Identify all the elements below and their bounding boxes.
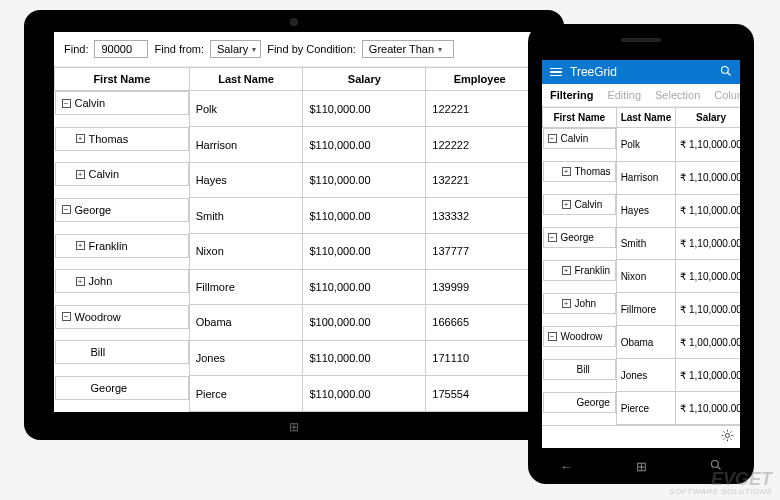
cell-last-name: Nixon bbox=[616, 260, 676, 293]
cell-salary: $100,000.00 bbox=[303, 305, 426, 341]
cell-salary: ₹ 1,10,000.00 bbox=[676, 227, 740, 260]
table-row[interactable]: +JohnFillmore₹ 1,10,000.00 bbox=[543, 293, 741, 326]
cell-last-name: Pierce bbox=[189, 376, 303, 412]
chevron-down-icon: ▾ bbox=[438, 45, 442, 54]
cell-first-name: George bbox=[55, 376, 189, 400]
settings-icon[interactable] bbox=[721, 429, 734, 445]
expand-icon[interactable]: + bbox=[76, 170, 85, 179]
table-row[interactable]: −WoodrowObama$100,000.00166665 bbox=[55, 305, 534, 341]
cell-salary: ₹ 1,10,000.00 bbox=[676, 260, 740, 293]
cell-first-name: +Franklin bbox=[55, 234, 189, 258]
search-icon[interactable] bbox=[720, 65, 732, 80]
cell-first-name: +John bbox=[55, 269, 189, 293]
col-first-name[interactable]: First Name bbox=[543, 108, 617, 128]
cell-employee: 139999 bbox=[426, 269, 534, 305]
tab-filtering[interactable]: Filtering bbox=[550, 89, 593, 101]
table-row[interactable]: BillJones$110,000.00171110 bbox=[55, 340, 534, 376]
tab-editing[interactable]: Editing bbox=[607, 89, 641, 101]
cell-salary: ₹ 1,10,000.00 bbox=[676, 359, 740, 392]
cell-first-name: −George bbox=[543, 227, 616, 248]
grid-header-row: First Name Last Name Salary Employee bbox=[55, 68, 534, 91]
cell-last-name: Nixon bbox=[189, 234, 303, 270]
expand-icon[interactable]: + bbox=[562, 266, 571, 275]
table-row[interactable]: −GeorgeSmith₹ 1,10,000.00 bbox=[543, 227, 741, 260]
svg-point-3 bbox=[712, 461, 719, 468]
expand-icon[interactable]: + bbox=[76, 241, 85, 250]
expand-icon[interactable]: + bbox=[76, 134, 85, 143]
find-cond-select[interactable]: Greater Than ▾ bbox=[362, 40, 454, 58]
col-first-name[interactable]: First Name bbox=[55, 68, 190, 91]
table-row[interactable]: +JohnFillmore$110,000.00139999 bbox=[55, 269, 534, 305]
collapse-icon[interactable]: − bbox=[62, 205, 71, 214]
menu-icon[interactable] bbox=[550, 66, 562, 79]
windows-icon[interactable] bbox=[289, 420, 299, 434]
collapse-icon[interactable]: − bbox=[548, 332, 557, 341]
cell-last-name: Harrison bbox=[189, 127, 303, 163]
cell-last-name: Obama bbox=[616, 326, 676, 359]
tree-grid[interactable]: First Name Last Name Salary Employee −Ca… bbox=[54, 67, 534, 412]
phone-tree-grid[interactable]: First Name Last Name Salary −CalvinPolk₹… bbox=[542, 107, 740, 425]
col-employee[interactable]: Employee bbox=[426, 68, 534, 91]
svg-point-0 bbox=[722, 66, 729, 73]
expand-icon[interactable]: + bbox=[562, 200, 571, 209]
cell-first-name: −Calvin bbox=[543, 128, 616, 149]
table-row[interactable]: BillJones₹ 1,10,000.00 bbox=[543, 359, 741, 392]
cell-first-name: Bill bbox=[543, 359, 616, 380]
table-row[interactable]: −CalvinPolk₹ 1,10,000.00 bbox=[543, 128, 741, 162]
col-last-name[interactable]: Last Name bbox=[189, 68, 303, 91]
cell-last-name: Jones bbox=[189, 340, 303, 376]
cell-employee: 122221 bbox=[426, 91, 534, 127]
table-row[interactable]: −CalvinPolk$110,000.00122221 bbox=[55, 91, 534, 127]
table-row[interactable]: −GeorgeSmith$110,000.00133332 bbox=[55, 198, 534, 234]
col-last-name[interactable]: Last Name bbox=[616, 108, 676, 128]
back-icon[interactable]: ← bbox=[560, 459, 573, 474]
table-row[interactable]: −WoodrowObama₹ 1,00,000.00 bbox=[543, 326, 741, 359]
tab-selection[interactable]: Selection bbox=[655, 89, 700, 101]
find-cond-value: Greater Than bbox=[369, 43, 434, 55]
table-row[interactable]: GeorgePierce₹ 1,10,000.00 bbox=[543, 392, 741, 425]
tablet-camera bbox=[290, 18, 298, 26]
cell-salary: ₹ 1,10,000.00 bbox=[676, 161, 740, 194]
find-from-label: Find from: bbox=[154, 43, 204, 55]
svg-line-1 bbox=[728, 72, 731, 75]
cell-last-name: Smith bbox=[189, 198, 303, 234]
cell-salary: $110,000.00 bbox=[303, 376, 426, 412]
collapse-icon[interactable]: − bbox=[62, 312, 71, 321]
cell-first-name: −Woodrow bbox=[543, 326, 616, 347]
cell-last-name: Hayes bbox=[189, 162, 303, 198]
collapse-icon[interactable]: − bbox=[548, 233, 557, 242]
table-row[interactable]: +FranklinNixon$110,000.00137777 bbox=[55, 234, 534, 270]
cell-first-name: +Franklin bbox=[543, 260, 616, 281]
collapse-icon[interactable]: − bbox=[548, 134, 557, 143]
table-row[interactable]: +FranklinNixon₹ 1,10,000.00 bbox=[543, 260, 741, 293]
col-salary[interactable]: Salary bbox=[303, 68, 426, 91]
table-row[interactable]: GeorgePierce$110,000.00175554 bbox=[55, 376, 534, 412]
table-row[interactable]: +CalvinHayes$110,000.00132221 bbox=[55, 162, 534, 198]
expand-icon[interactable]: + bbox=[76, 277, 85, 286]
filter-bar: Find: 90000 Find from: Salary ▾ Find by … bbox=[54, 32, 534, 67]
cell-last-name: Jones bbox=[616, 359, 676, 392]
cell-last-name: Fillmore bbox=[616, 293, 676, 326]
col-salary[interactable]: Salary bbox=[676, 108, 740, 128]
cell-salary: $110,000.00 bbox=[303, 340, 426, 376]
expand-icon[interactable]: + bbox=[562, 299, 571, 308]
cell-first-name: George bbox=[543, 392, 616, 413]
table-row[interactable]: +ThomasHarrison$110,000.00122222 bbox=[55, 127, 534, 163]
cell-salary: $110,000.00 bbox=[303, 234, 426, 270]
cell-salary: $110,000.00 bbox=[303, 127, 426, 163]
windows-icon[interactable] bbox=[636, 459, 647, 474]
cell-salary: ₹ 1,10,000.00 bbox=[676, 392, 740, 425]
cell-first-name: +Calvin bbox=[55, 162, 189, 186]
find-input[interactable]: 90000 bbox=[94, 40, 148, 58]
find-from-select[interactable]: Salary ▾ bbox=[210, 40, 261, 58]
collapse-icon[interactable]: − bbox=[62, 99, 71, 108]
cell-salary: ₹ 1,10,000.00 bbox=[676, 194, 740, 227]
expand-icon[interactable]: + bbox=[562, 167, 571, 176]
cell-last-name: Harrison bbox=[616, 161, 676, 194]
cell-salary: ₹ 1,00,000.00 bbox=[676, 326, 740, 359]
tab-column[interactable]: Column bbox=[714, 89, 740, 101]
cell-last-name: Pierce bbox=[616, 392, 676, 425]
table-row[interactable]: +CalvinHayes₹ 1,10,000.00 bbox=[543, 194, 741, 227]
cell-salary: $110,000.00 bbox=[303, 269, 426, 305]
table-row[interactable]: +ThomasHarrison₹ 1,10,000.00 bbox=[543, 161, 741, 194]
